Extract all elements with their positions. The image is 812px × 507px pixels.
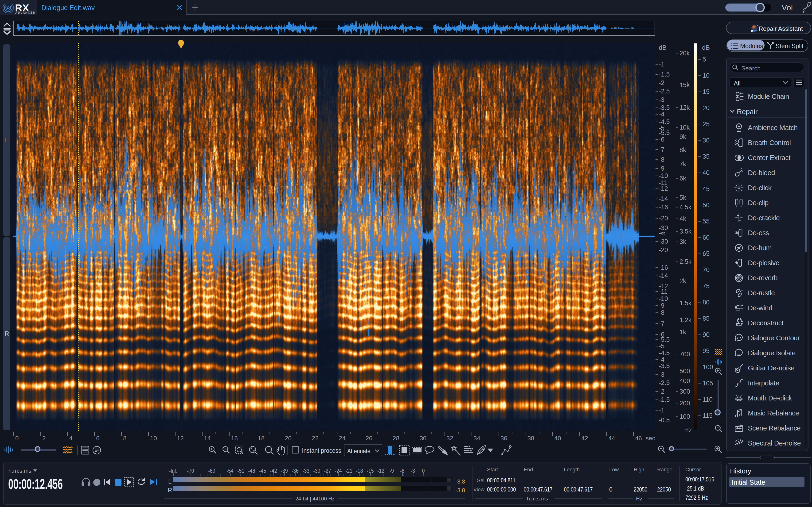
svg-text:Ss: Ss bbox=[734, 230, 739, 235]
